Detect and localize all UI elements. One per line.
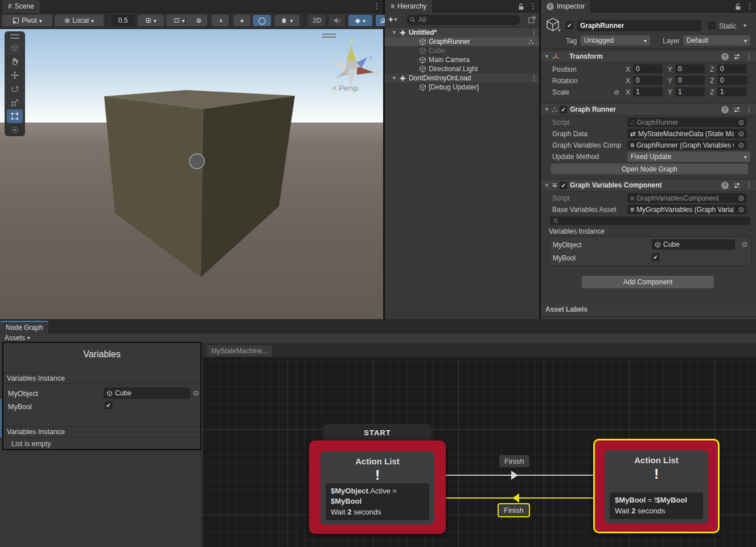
perspective-label[interactable]: < Persp bbox=[332, 84, 358, 92]
graph-variables-header[interactable]: ▼ ≡ ✓ Graph Variables Component ? ⋮ bbox=[541, 179, 756, 191]
position-z-field[interactable]: 0 bbox=[717, 64, 747, 74]
rect-tool-button[interactable] bbox=[7, 109, 23, 123]
hierarchy-row-directional-light[interactable]: Directional Light bbox=[385, 64, 539, 74]
scale-y-field[interactable]: 1 bbox=[675, 87, 705, 96]
static-checkbox[interactable] bbox=[708, 22, 716, 29]
tag-dropdown[interactable]: Untagged▾ bbox=[581, 35, 650, 46]
link-broken-icon[interactable]: ⊘ bbox=[614, 88, 619, 96]
component-kebab-icon[interactable]: ⋮ bbox=[745, 50, 753, 63]
position-y-field[interactable]: 0 bbox=[675, 64, 705, 74]
add-component-button[interactable]: Add Component bbox=[582, 276, 714, 288]
edge-finish-bottom[interactable] bbox=[446, 497, 593, 499]
tab-inspector[interactable]: i Inspector bbox=[541, 0, 590, 13]
grid-snap-button[interactable]: ⊡ ▾ bbox=[166, 15, 192, 26]
rotation-y-field[interactable]: 0 bbox=[675, 76, 705, 85]
create-object-button[interactable]: +▾ bbox=[388, 14, 397, 24]
scene-menu-kebab-icon[interactable]: ⋮ bbox=[373, 0, 381, 13]
hand-tool-button[interactable] bbox=[7, 55, 23, 68]
help-icon[interactable]: ? bbox=[721, 106, 729, 113]
scene-lighting-button[interactable]: ◑ bbox=[212, 15, 229, 26]
edge-finish-top[interactable] bbox=[446, 475, 593, 476]
lighting-toggle-button[interactable]: ◯ bbox=[253, 15, 271, 26]
component-enabled-checkbox[interactable]: ✓ bbox=[560, 182, 567, 189]
snap-increment-field[interactable]: 0.5 bbox=[112, 15, 134, 26]
state-node-right[interactable]: Action List ! $MyBool = !$MyBool Wait 2 … bbox=[593, 439, 720, 533]
graph-runner-header[interactable]: ▼ ∴ ✓ Graph Runner ? ⋮ bbox=[541, 103, 756, 116]
local-dropdown[interactable]: ⊕ Local ▾ bbox=[55, 15, 104, 26]
component-enabled-checkbox[interactable]: ✓ bbox=[560, 106, 567, 113]
scene-viewport[interactable]: y z x < Persp bbox=[0, 29, 383, 319]
finish-label-bottom[interactable]: Finish bbox=[498, 503, 530, 517]
transform-header[interactable]: ▼ Transform ? ⋮ bbox=[541, 50, 756, 63]
lock-icon[interactable] bbox=[518, 3, 524, 10]
graph-canvas[interactable]: MyStateMachine... Finish Finish START Ac bbox=[202, 344, 756, 547]
variables-search-input[interactable] bbox=[550, 217, 750, 225]
lock-icon[interactable] bbox=[735, 3, 741, 10]
mybool-checkbox[interactable]: ✓ bbox=[105, 402, 112, 409]
graph-asset-tab[interactable]: MyStateMachine... bbox=[207, 345, 272, 356]
object-picker-icon[interactable]: ⊙ bbox=[742, 240, 747, 248]
mybool-checkbox[interactable]: ✓ bbox=[652, 254, 659, 261]
object-picker-icon[interactable]: ⊙ bbox=[736, 141, 744, 149]
gvc-script-field[interactable]: ≡ GraphVariablesComponent ⊙ bbox=[627, 193, 747, 203]
view-tool-button[interactable] bbox=[7, 41, 23, 55]
component-kebab-icon[interactable]: ⋮ bbox=[745, 179, 753, 191]
presets-icon[interactable] bbox=[733, 54, 741, 60]
shaded-sphere-button[interactable]: ● bbox=[233, 15, 250, 26]
gameobject-name-field[interactable]: GraphRunner bbox=[577, 20, 701, 31]
scale-z-field[interactable]: 1 bbox=[717, 87, 747, 96]
gameobject-active-checkbox[interactable]: ✓ bbox=[566, 22, 573, 29]
audio-mute-button[interactable] bbox=[329, 15, 345, 26]
hierarchy-row-dontdestroy[interactable]: ▼ DontDestroyOnLoad ⋮ bbox=[385, 74, 539, 83]
asset-labels-bar[interactable]: Asset Labels bbox=[541, 302, 756, 317]
script-field[interactable]: ∴ GraphRunner ⊙ bbox=[627, 117, 747, 127]
object-picker-icon[interactable]: ⊙ bbox=[736, 119, 744, 126]
scene-fx-dropdown-button[interactable]: ◈ ▾ bbox=[348, 15, 372, 26]
pivot-dropdown[interactable]: Pivot ▾ bbox=[2, 15, 52, 26]
transform-tool-button[interactable] bbox=[7, 123, 23, 137]
layer-dropdown[interactable]: Default▾ bbox=[683, 35, 750, 46]
graph-data-field[interactable]: ⇄ MyStateMachineData (State Mac ⊙ bbox=[627, 129, 747, 138]
hierarchy-menu-kebab-icon[interactable]: ⋮ bbox=[529, 0, 537, 13]
hierarchy-row-main-camera[interactable]: Main Camera bbox=[385, 55, 539, 64]
graph-vars-field[interactable]: ≡ GraphRunner (Graph Variables C ⊙ bbox=[627, 140, 747, 150]
position-x-field[interactable]: 0 bbox=[633, 64, 663, 74]
hierarchy-row-debug-updater[interactable]: [Debug Updater] bbox=[385, 83, 539, 92]
move-tool-button[interactable] bbox=[7, 68, 23, 82]
myobject-object-field[interactable]: Cube bbox=[104, 387, 190, 399]
search-popout-icon[interactable] bbox=[528, 16, 536, 23]
hierarchy-row-scene[interactable]: ▼ Untitled* ⋮ bbox=[385, 28, 539, 37]
shading-mode-button[interactable]: ⊕ bbox=[190, 15, 207, 26]
help-icon[interactable]: ? bbox=[721, 182, 729, 189]
hierarchy-search-input[interactable]: All bbox=[406, 15, 520, 25]
base-variables-field[interactable]: ≡ MyGraphVariables (Graph Variab ⊙ bbox=[627, 205, 747, 214]
mode-2d-button[interactable]: 2D bbox=[309, 15, 326, 26]
object-picker-icon[interactable]: ⊙ bbox=[736, 130, 744, 138]
static-caret-icon[interactable]: ▾ bbox=[743, 22, 746, 28]
hierarchy-row-graphrunner[interactable]: GraphRunner ∴ bbox=[385, 37, 539, 46]
help-icon[interactable]: ? bbox=[721, 53, 729, 60]
object-picker-icon[interactable]: ⊙ bbox=[736, 206, 744, 214]
rotation-x-field[interactable]: 0 bbox=[633, 76, 663, 85]
gameobject-icon-caret[interactable]: ▾ bbox=[558, 27, 561, 33]
scale-tool-button[interactable] bbox=[7, 96, 23, 109]
tab-node-graph[interactable]: Node Graph bbox=[0, 321, 48, 333]
object-picker-icon[interactable]: ⊙ bbox=[193, 389, 199, 397]
component-kebab-icon[interactable]: ⋮ bbox=[745, 103, 753, 116]
assets-menu[interactable]: Assets ▾ bbox=[5, 334, 30, 342]
grid-visibility-button[interactable]: ⊞ ▾ bbox=[138, 15, 164, 26]
finish-label-top[interactable]: Finish bbox=[499, 455, 529, 467]
state-node-left[interactable]: Action List ! $MyObject.Active = $MyBool… bbox=[309, 440, 446, 534]
scale-x-field[interactable]: 1 bbox=[633, 87, 663, 96]
object-picker-icon[interactable]: ⊙ bbox=[736, 194, 744, 202]
inspector-menu-kebab-icon[interactable]: ⋮ bbox=[746, 0, 754, 13]
presets-icon[interactable] bbox=[733, 107, 741, 113]
rotate-tool-button[interactable] bbox=[7, 82, 23, 96]
tab-scene[interactable]: # Scene bbox=[2, 0, 40, 13]
hierarchy-row-cube[interactable]: Cube bbox=[385, 46, 539, 55]
overlay-grip[interactable] bbox=[10, 34, 19, 39]
update-method-dropdown[interactable]: Fixed Update ▾ bbox=[627, 152, 750, 162]
scene-effects-button[interactable]: ▾ bbox=[274, 15, 299, 26]
tab-hierarchy[interactable]: ≡ Hierarchy bbox=[385, 0, 432, 13]
rotation-z-field[interactable]: 0 bbox=[717, 76, 747, 85]
